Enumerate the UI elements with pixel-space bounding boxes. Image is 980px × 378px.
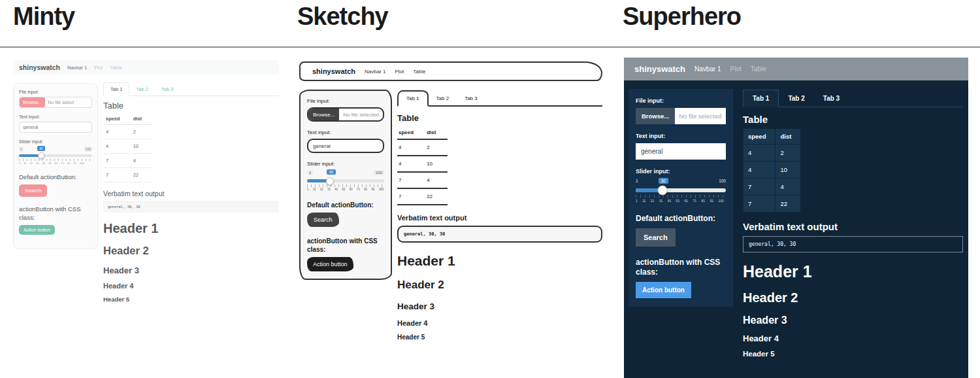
tab-1[interactable]: Tab 1 xyxy=(397,90,429,107)
main-content: Tab 1 Tab 2 Tab 3 Table speed dist 42 41… xyxy=(103,83,279,303)
data-table: speed dist 42 410 74 722 xyxy=(743,128,801,213)
slider-tick-labels: 1 11 21 31 41 51 61 71 81 91 100 xyxy=(636,199,726,203)
file-input-placeholder[interactable]: No file select xyxy=(45,97,91,107)
text-input-label: Text input: xyxy=(19,114,92,119)
cell: 7 xyxy=(397,172,425,188)
column-header-dist: dist xyxy=(131,113,152,125)
data-table: speed dist 42 410 74 722 xyxy=(103,113,152,182)
tab-1[interactable]: Tab 1 xyxy=(743,90,779,107)
browse-button[interactable]: Browse... xyxy=(308,109,339,120)
slider-value-badge: 30 xyxy=(659,178,668,184)
css-actionbutton-label: actionButton with CSS class: xyxy=(307,237,384,254)
file-input: Browse... No file selected xyxy=(636,108,726,124)
text-input[interactable] xyxy=(19,122,92,133)
slider-min-label: 1 xyxy=(307,170,313,175)
search-button[interactable]: Search xyxy=(19,184,47,197)
action-button[interactable]: Action button xyxy=(636,282,691,298)
text-input[interactable] xyxy=(307,139,384,153)
slider-track[interactable] xyxy=(636,188,726,192)
header-4: Header 4 xyxy=(397,319,602,327)
nav-item-table[interactable]: Table xyxy=(751,65,766,73)
tab-3[interactable]: Tab 3 xyxy=(155,83,180,95)
cell: 10 xyxy=(425,156,448,172)
nav-item-navbar1[interactable]: Navbar 1 xyxy=(365,69,385,75)
cell: 2 xyxy=(131,125,152,139)
action-button[interactable]: Action button xyxy=(19,225,55,235)
navbar: shinyswatch Navbar 1 Plot Table xyxy=(624,58,968,80)
navbar-brand[interactable]: shinyswatch xyxy=(634,64,685,74)
nav-item-navbar1[interactable]: Navbar 1 xyxy=(694,65,721,73)
slider-track[interactable] xyxy=(19,154,92,157)
header-1: Header 1 xyxy=(397,253,602,269)
tab-3[interactable]: Tab 3 xyxy=(457,92,485,105)
slider-value-badge: 30 xyxy=(327,169,336,175)
cell: 4 xyxy=(103,125,131,139)
navbar-brand[interactable]: shinyswatch xyxy=(19,63,60,71)
verbatim-output: general, 30, 30 xyxy=(743,236,963,252)
theme-title-sketchy: Sketchy xyxy=(297,3,388,31)
slider-tick-labels: 1 11 21 31 41 51 61 71 81 91 100 xyxy=(19,162,92,165)
table-row: 42 xyxy=(103,125,152,139)
slider-input: 1 30 100 1 11 21 31 41 51 61 71 81 91 10… xyxy=(636,179,726,203)
tabset: Tab 1 Tab 2 Tab 3 xyxy=(103,83,279,96)
slider-handle[interactable] xyxy=(38,152,44,159)
slider-ticks xyxy=(19,159,92,161)
cell: 7 xyxy=(743,196,775,212)
tab-1[interactable]: Tab 1 xyxy=(103,82,129,96)
search-button[interactable]: Search xyxy=(636,228,676,247)
tab-2[interactable]: Tab 2 xyxy=(429,92,457,105)
header-5: Header 5 xyxy=(743,350,963,358)
column-header-speed: speed xyxy=(397,126,425,139)
cell: 10 xyxy=(776,162,800,178)
action-button[interactable]: Action button xyxy=(307,257,353,271)
slider-handle[interactable] xyxy=(658,186,668,196)
slider-ticks xyxy=(307,184,384,187)
slider-min-label: 1 xyxy=(636,179,638,183)
nav-item-table[interactable]: Table xyxy=(413,69,425,75)
header-2: Header 2 xyxy=(743,290,963,305)
minty-theme-preview: shinyswatch Navbar 1 Plot Table File inp… xyxy=(13,58,279,303)
header-5: Header 5 xyxy=(103,296,279,303)
file-input-placeholder[interactable]: No file selected xyxy=(675,108,726,124)
cell: 2 xyxy=(776,145,800,161)
column-header-speed: speed xyxy=(743,129,775,144)
browse-button[interactable]: Browse... xyxy=(20,97,45,107)
nav-item-plot[interactable]: Plot xyxy=(94,65,103,71)
cell: 7 xyxy=(103,168,131,182)
nav-item-plot[interactable]: Plot xyxy=(395,69,404,75)
tabset: Tab 1 Tab 2 Tab 3 xyxy=(397,90,602,107)
cell: 2 xyxy=(425,139,448,156)
tab-3[interactable]: Tab 3 xyxy=(814,90,849,107)
header-3: Header 3 xyxy=(743,315,963,326)
slider-handle[interactable] xyxy=(326,177,334,185)
nav-item-table[interactable]: Table xyxy=(110,65,122,71)
text-input[interactable] xyxy=(636,143,726,160)
nav-item-navbar1[interactable]: Navbar 1 xyxy=(67,65,87,71)
slider-max-label: 100 xyxy=(84,146,92,152)
main-content: Tab 1 Tab 2 Tab 3 Table speed dist 42 41… xyxy=(743,89,968,358)
verbatim-title: Verbatim text output xyxy=(103,190,279,198)
navbar: shinyswatch Navbar 1 Plot Table xyxy=(13,60,279,75)
table-title: Table xyxy=(397,113,602,123)
nav-item-plot[interactable]: Plot xyxy=(730,65,742,73)
browse-button[interactable]: Browse... xyxy=(636,108,675,124)
table-row: 42 xyxy=(743,145,800,161)
cell: 4 xyxy=(776,179,800,195)
tab-2[interactable]: Tab 2 xyxy=(129,83,154,95)
default-actionbutton-label: Default actionButton: xyxy=(636,214,726,224)
file-input-placeholder[interactable]: No file selected xyxy=(339,109,383,120)
css-actionbutton-label: actionButton with CSS class: xyxy=(636,258,726,278)
default-actionbutton-label: Default actionButton: xyxy=(307,201,384,209)
cell: 10 xyxy=(131,139,152,154)
table-row: 722 xyxy=(743,196,800,212)
file-input-label: File input: xyxy=(19,90,92,94)
navbar-brand[interactable]: shinyswatch xyxy=(312,67,355,75)
cell: 4 xyxy=(397,139,425,156)
tab-2[interactable]: Tab 2 xyxy=(779,90,813,107)
cell: 22 xyxy=(131,168,152,182)
slider-input: 1 30 100 1 11 21 31 41 51 61 71 81 91 10… xyxy=(19,146,92,165)
search-button[interactable]: Search xyxy=(307,213,339,227)
header-2: Header 2 xyxy=(397,279,602,292)
header-2: Header 2 xyxy=(103,245,279,257)
slider-track[interactable] xyxy=(307,179,384,182)
